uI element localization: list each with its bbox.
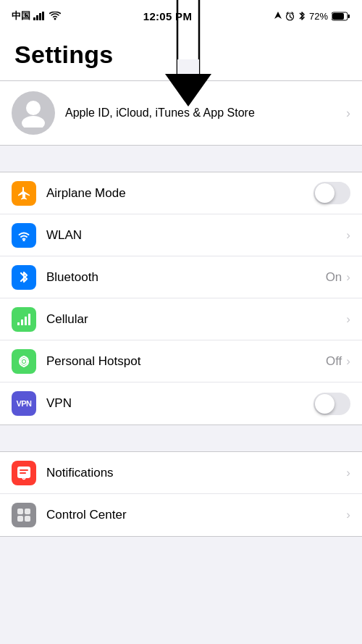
vpn-label: VPN <box>46 396 313 411</box>
status-left: 中国 <box>12 9 61 22</box>
divider-2 <box>0 425 362 451</box>
svg-rect-21 <box>25 317 27 325</box>
alarm-icon <box>285 12 295 21</box>
svg-point-4 <box>54 18 56 20</box>
bluetooth-svg <box>19 269 29 285</box>
status-bar: 中国 12:05 PM <box>0 0 362 32</box>
notifications-svg <box>17 465 31 481</box>
svg-rect-27 <box>20 472 26 474</box>
vpn-icon: VPN <box>12 391 36 416</box>
personal-hotspot-chevron: › <box>346 354 350 369</box>
wifi-svg <box>17 230 31 241</box>
battery-icon <box>332 12 350 21</box>
svg-point-17 <box>22 116 45 127</box>
bluetooth-value: On <box>326 270 342 285</box>
vpn-knob <box>315 394 334 414</box>
bluetooth-chevron: › <box>346 270 350 285</box>
svg-rect-12 <box>332 13 344 20</box>
wlan-icon <box>12 223 36 248</box>
location-icon <box>274 12 282 20</box>
wifi-status-icon <box>49 12 61 20</box>
status-right: 72% <box>274 11 350 22</box>
airplane-mode-item[interactable]: Airplane Mode <box>0 172 362 214</box>
vpn-item[interactable]: VPN VPN <box>0 382 362 425</box>
svg-rect-22 <box>28 314 30 325</box>
connectivity-group: Airplane Mode WLAN › Bluetooth On › <box>0 172 362 425</box>
carrier-text: 中国 <box>12 9 30 22</box>
bluetooth-label: Bluetooth <box>46 270 326 285</box>
notifications-icon <box>12 461 36 485</box>
svg-point-24 <box>22 360 25 363</box>
svg-rect-11 <box>348 14 350 18</box>
svg-rect-20 <box>21 319 23 325</box>
svg-rect-19 <box>17 322 20 325</box>
svg-rect-28 <box>17 509 23 514</box>
cellular-icon <box>12 307 36 332</box>
status-time: 12:05 PM <box>143 10 192 22</box>
svg-rect-26 <box>20 469 28 471</box>
battery-percentage: 72% <box>309 11 328 22</box>
control-center-icon <box>12 503 36 527</box>
svg-rect-30 <box>17 516 23 522</box>
control-center-svg <box>17 508 31 522</box>
personal-hotspot-item[interactable]: Personal Hotspot Off › <box>0 340 362 382</box>
profile-chevron: › <box>346 106 350 121</box>
bluetooth-status-icon <box>298 11 306 21</box>
cellular-chevron: › <box>346 312 350 327</box>
notifications-chevron: › <box>346 466 350 480</box>
airplane-mode-toggle[interactable] <box>313 182 350 204</box>
bluetooth-icon <box>12 265 36 290</box>
personal-hotspot-value: Off <box>326 354 342 369</box>
profile-item[interactable]: Apple ID, iCloud, iTunes & App Store › <box>0 81 362 146</box>
bluetooth-item[interactable]: Bluetooth On › <box>0 256 362 298</box>
cellular-label: Cellular <box>46 312 346 327</box>
notifications-item[interactable]: Notifications › <box>0 452 362 494</box>
person-icon <box>20 99 46 127</box>
airplane-mode-icon <box>12 181 36 206</box>
svg-line-7 <box>290 17 292 18</box>
profile-label: Apple ID, iCloud, iTunes & App Store <box>65 106 346 120</box>
notifications-label: Notifications <box>46 466 346 480</box>
vpn-text: VPN <box>16 399 31 408</box>
system-group: Notifications › Control Center › <box>0 451 362 537</box>
vpn-toggle[interactable] <box>313 393 350 415</box>
svg-rect-29 <box>25 509 30 514</box>
wlan-chevron: › <box>346 228 350 243</box>
wlan-item[interactable]: WLAN › <box>0 214 362 256</box>
svg-rect-1 <box>36 15 38 20</box>
personal-hotspot-label: Personal Hotspot <box>46 354 326 369</box>
svg-rect-2 <box>39 13 41 20</box>
personal-hotspot-icon <box>12 349 36 374</box>
control-center-item[interactable]: Control Center › <box>0 494 362 536</box>
airplane-mode-knob <box>315 183 334 203</box>
divider-1 <box>0 146 362 172</box>
page-header: Settings <box>0 32 362 81</box>
page-title: Settings <box>14 41 114 68</box>
svg-point-16 <box>26 101 41 115</box>
control-center-chevron: › <box>346 508 350 522</box>
svg-rect-3 <box>42 12 44 20</box>
control-center-label: Control Center <box>46 508 346 522</box>
wlan-label: WLAN <box>46 228 346 243</box>
svg-rect-31 <box>25 516 30 522</box>
svg-rect-0 <box>33 17 35 20</box>
cellular-item[interactable]: Cellular › <box>0 298 362 340</box>
avatar <box>12 91 55 135</box>
hotspot-svg <box>16 354 32 369</box>
signal-icon <box>33 12 46 20</box>
airplane-mode-label: Airplane Mode <box>46 186 313 201</box>
airplane-svg <box>17 186 31 201</box>
cellular-svg <box>17 312 31 327</box>
